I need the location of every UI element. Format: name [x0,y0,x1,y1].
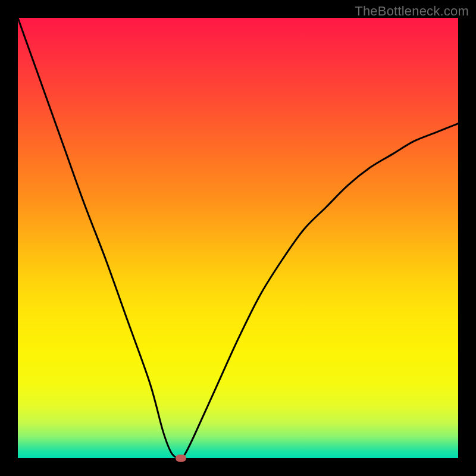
plot-area [18,18,458,458]
bottleneck-curve [18,18,458,458]
chart-frame: TheBottleneck.com [0,0,476,476]
watermark-text: TheBottleneck.com [355,4,469,19]
minimum-marker [176,455,186,462]
